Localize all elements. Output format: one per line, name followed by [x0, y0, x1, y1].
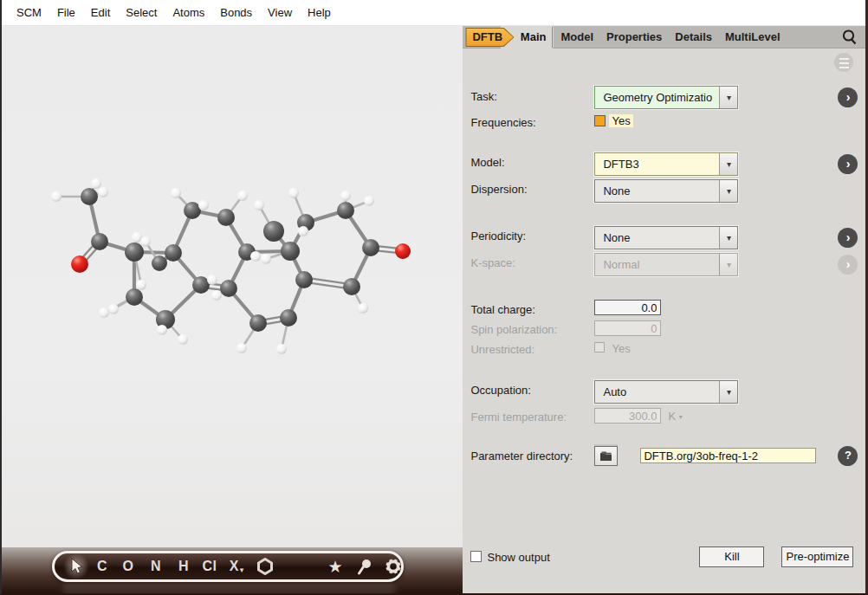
frequencies-checkbox[interactable]	[594, 115, 606, 126]
element-picker-button[interactable]: X▾	[225, 553, 248, 579]
atom-c[interactable]	[362, 239, 379, 256]
atom-c[interactable]	[280, 309, 297, 327]
atom-c[interactable]	[192, 276, 210, 294]
atom-h[interactable]	[99, 307, 109, 318]
atom-h[interactable]	[51, 191, 62, 202]
atom-h[interactable]	[91, 178, 101, 189]
atom-c[interactable]	[220, 280, 237, 297]
element-oxygen-button[interactable]: O	[119, 553, 138, 579]
periodicity-detail-button[interactable]: ›	[838, 228, 858, 248]
occupation-dropdown-arrow[interactable]: ▾	[719, 381, 737, 403]
frequencies-label: Frequencies:	[470, 116, 535, 129]
atom-c[interactable]	[165, 244, 182, 262]
atom-c[interactable]	[81, 188, 98, 205]
spin-polarization-label: Spin polarization:	[470, 323, 557, 336]
menu-view[interactable]: View	[260, 0, 300, 26]
dispersion-value: None	[595, 180, 719, 202]
atom-h[interactable]	[364, 196, 374, 206]
occupation-value: Auto	[595, 381, 719, 403]
atom-h[interactable]	[171, 188, 181, 198]
atom-h[interactable]	[237, 191, 248, 201]
menu-bonds[interactable]: Bonds	[212, 0, 260, 26]
show-output-checkbox[interactable]	[470, 551, 482, 562]
element-hydrogen-button[interactable]: H	[175, 553, 192, 579]
element-chlorine-button[interactable]: Cl	[198, 553, 221, 579]
atom-c[interactable]	[249, 314, 267, 332]
dispersion-dropdown-arrow[interactable]: ▾	[719, 180, 737, 202]
tab-model[interactable]: Model	[560, 26, 593, 49]
atom-c[interactable]	[152, 255, 167, 271]
atom-c[interactable]	[263, 221, 284, 242]
atom-h[interactable]	[98, 187, 108, 197]
menu-select[interactable]: Select	[118, 0, 165, 26]
atom-h[interactable]	[298, 226, 308, 236]
atom-h[interactable]	[211, 290, 222, 301]
atom-h[interactable]	[136, 280, 146, 290]
total-charge-input[interactable]	[594, 300, 661, 315]
atom-h[interactable]	[207, 275, 217, 285]
atom-c[interactable]	[217, 209, 235, 226]
atom-o[interactable]	[395, 243, 411, 259]
atom-c[interactable]	[343, 278, 360, 295]
atom-h[interactable]	[254, 200, 264, 210]
search-structure-tool[interactable]	[354, 553, 373, 579]
preoptimize-button[interactable]: Pre-optimize	[781, 546, 853, 567]
tab-details[interactable]: Details	[675, 26, 712, 49]
tab-properties[interactable]: Properties	[606, 26, 662, 49]
element-carbon-button[interactable]: C	[93, 553, 112, 579]
task-dropdown-arrow[interactable]: ▾	[719, 87, 737, 108]
atom-h[interactable]	[261, 254, 271, 264]
task-dropdown[interactable]: Geometry Optimizatio ▾	[594, 86, 738, 109]
atom-h[interactable]	[236, 343, 247, 353]
model-dropdown[interactable]: DFTB3 ▾	[594, 152, 738, 176]
parameter-directory-input[interactable]	[640, 448, 816, 463]
dftb-method-badge[interactable]: DFTB	[466, 29, 513, 46]
menu-file[interactable]: File	[49, 0, 83, 26]
menu-help[interactable]: Help	[300, 0, 339, 26]
ring-tool[interactable]	[255, 553, 275, 579]
menu-edit[interactable]: Edit	[83, 0, 118, 26]
periodicity-dropdown-arrow[interactable]: ▾	[719, 227, 737, 249]
tab-separator	[552, 27, 554, 48]
atom-c[interactable]	[295, 271, 313, 288]
element-nitrogen-button[interactable]: N	[146, 553, 165, 579]
kill-button[interactable]: Kill	[699, 546, 764, 567]
gear-icon	[385, 558, 402, 575]
task-detail-button[interactable]: ›	[838, 87, 858, 107]
folder-browse-button[interactable]	[594, 446, 618, 466]
atom-h[interactable]	[108, 304, 119, 314]
occupation-dropdown[interactable]: Auto ▾	[594, 380, 738, 404]
atom-c[interactable]	[125, 243, 144, 262]
atom-c[interactable]	[184, 202, 201, 219]
kspace-detail-button: ›	[838, 255, 858, 275]
atom-h[interactable]	[198, 200, 209, 210]
molecule-viewer[interactable]: CONHClX▾★	[2, 26, 463, 594]
atom-h[interactable]	[250, 251, 261, 262]
fermi-temperature-label: Fermi temperature:	[470, 411, 567, 424]
dispersion-dropdown[interactable]: None ▾	[594, 179, 738, 203]
parameter-directory-help-button[interactable]: ?	[838, 446, 858, 466]
atom-h[interactable]	[288, 188, 299, 198]
atom-h[interactable]	[276, 344, 287, 354]
molecule-canvas[interactable]	[2, 26, 463, 594]
atom-h[interactable]	[358, 303, 368, 314]
atom-c[interactable]	[281, 242, 300, 261]
atom-c[interactable]	[91, 233, 108, 250]
model-detail-button[interactable]: ›	[838, 154, 858, 174]
periodicity-dropdown[interactable]: None ▾	[594, 226, 738, 249]
atom-c[interactable]	[126, 288, 143, 306]
model-dropdown-arrow[interactable]: ▾	[719, 153, 737, 175]
atom-h[interactable]	[178, 334, 188, 345]
structures-tool[interactable]: ★	[325, 553, 346, 579]
atom-c[interactable]	[337, 202, 354, 219]
settings-tool[interactable]	[383, 553, 404, 579]
atom-o[interactable]	[71, 255, 88, 273]
atom-h[interactable]	[140, 236, 151, 247]
atom-h[interactable]	[157, 325, 167, 335]
search-icon[interactable]	[841, 29, 858, 46]
atom-h[interactable]	[340, 191, 351, 201]
menu-atoms[interactable]: Atoms	[165, 0, 212, 26]
select-pointer-tool[interactable]	[63, 553, 89, 579]
menu-scm[interactable]: SCM	[9, 0, 49, 26]
tab-multilevel[interactable]: MultiLevel	[725, 26, 781, 49]
